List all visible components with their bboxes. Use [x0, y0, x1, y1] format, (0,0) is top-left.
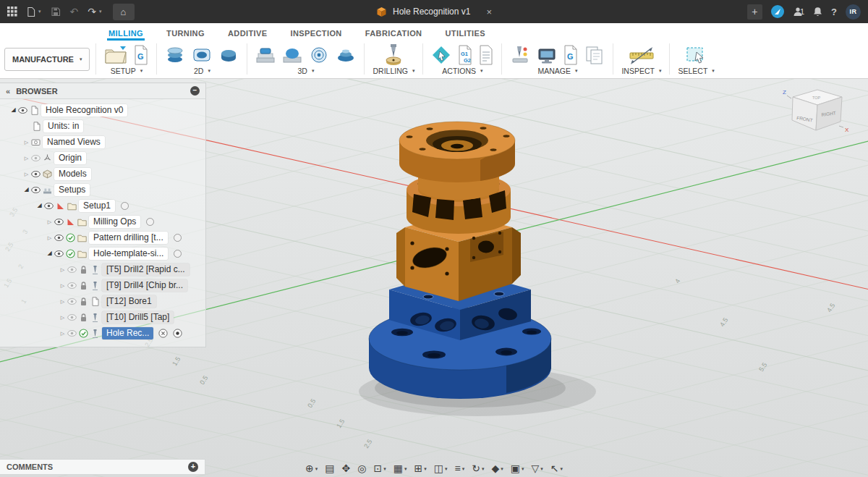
tree-item-label[interactable]: Origin: [54, 152, 86, 164]
2d-pocket-icon[interactable]: [192, 45, 212, 65]
notifications-button[interactable]: [813, 7, 822, 17]
tree-item-label[interactable]: Hole-template-si...: [89, 248, 168, 260]
tree-row-pattern-drilling[interactable]: Pattern drilling [t...: [0, 229, 205, 245]
group-3d-label[interactable]: 3D▾: [297, 65, 314, 77]
help-button[interactable]: ?: [831, 7, 837, 17]
2d-contour-icon[interactable]: [218, 45, 239, 65]
group-actions-label[interactable]: ACTIONS▾: [442, 65, 482, 77]
caret-expanded-icon[interactable]: [9, 107, 18, 113]
nav-look-at-button[interactable]: ▤: [321, 462, 338, 475]
drill-icon[interactable]: [383, 43, 404, 65]
eye-icon[interactable]: [54, 217, 64, 227]
tree-row-drill2-op[interactable]: [T5] Drill2 [Rapid c...: [0, 261, 205, 277]
generate-status-icon[interactable]: [173, 249, 182, 258]
post-library-icon[interactable]: G: [563, 45, 578, 65]
nav-display-settings-button[interactable]: ▦▾: [390, 462, 411, 475]
new-tab-button[interactable]: +: [747, 4, 762, 20]
window-select-icon[interactable]: [686, 46, 707, 65]
caret-expanded-icon[interactable]: [35, 203, 44, 208]
nav-grid-snaps-button[interactable]: ⊞▾: [410, 462, 430, 475]
app-grid-button[interactable]: [7, 7, 17, 17]
nav-zoom-button[interactable]: ◎: [354, 462, 370, 475]
eye-off-icon[interactable]: [67, 265, 77, 274]
tree-row-milling-ops[interactable]: Milling Ops: [0, 214, 205, 229]
eye-icon[interactable]: [54, 233, 64, 242]
comments-bar[interactable]: COMMENTS +: [0, 459, 205, 475]
eye-icon[interactable]: [44, 201, 54, 211]
nav-effects-button[interactable]: ◆▾: [488, 462, 506, 475]
tab-utilities[interactable]: UTILITIES: [443, 29, 487, 41]
minimize-panel-button[interactable]: −: [190, 86, 200, 96]
tree-row-hole-template[interactable]: Hole-template-si...: [0, 245, 205, 261]
file-menu-button[interactable]: ▾: [27, 7, 41, 17]
steep-shallow-icon[interactable]: [309, 45, 329, 65]
tree-row-named-views[interactable]: Named Views: [0, 134, 205, 150]
avatar[interactable]: IR: [846, 4, 861, 20]
tree-item-label[interactable]: Setup1: [79, 200, 115, 212]
tab-additive[interactable]: ADDITIVE: [226, 29, 269, 41]
extensions-button[interactable]: [771, 5, 784, 18]
tree-item-label[interactable]: Models: [54, 168, 91, 180]
nav-capture-button[interactable]: ▣▾: [507, 462, 528, 475]
generate-status-icon[interactable]: [120, 201, 129, 211]
tree-item-label-selected[interactable]: Hole Rec...: [102, 327, 153, 339]
close-document-button[interactable]: ×: [486, 7, 492, 17]
tree-row-models[interactable]: Models: [0, 166, 205, 182]
tool-library-icon[interactable]: [510, 45, 530, 65]
eye-icon[interactable]: [31, 185, 41, 195]
flat-machining-icon[interactable]: [336, 45, 356, 65]
tree-row-drill4-op[interactable]: [T9] Drill4 [Chip br...: [0, 277, 205, 293]
caret-collapsed-icon[interactable]: [22, 156, 31, 161]
tree-item-label[interactable]: Pattern drilling [t...: [89, 232, 168, 244]
tab-inspection[interactable]: INSPECTION: [289, 29, 343, 41]
eye-icon[interactable]: [54, 249, 64, 258]
caret-collapsed-icon[interactable]: [58, 315, 67, 320]
measure-icon[interactable]: [629, 46, 654, 65]
tree-item-label[interactable]: Units: in: [43, 120, 83, 132]
nav-selection-filter-button[interactable]: ▽▾: [527, 462, 546, 475]
caret-expanded-icon[interactable]: [45, 250, 54, 256]
group-select-label[interactable]: SELECT▾: [678, 65, 714, 77]
group-manage-label[interactable]: MANAGE▾: [537, 65, 577, 77]
caret-collapsed-icon[interactable]: [22, 140, 31, 145]
tree-item-label[interactable]: Hole Recognition v0: [41, 104, 127, 117]
eye-off-icon[interactable]: [67, 313, 77, 322]
caret-collapsed-icon[interactable]: [58, 283, 67, 288]
tab-turning[interactable]: TURNING: [165, 29, 206, 41]
setup-sheet-icon[interactable]: [479, 45, 493, 65]
nav-fit-button[interactable]: ⊡▾: [370, 462, 389, 475]
tab-fabrication[interactable]: FABRICATION: [364, 29, 424, 41]
tree-row-drill5-op[interactable]: [T10] Drill5 [Tap]: [0, 309, 205, 325]
tab-milling[interactable]: MILLING: [107, 29, 145, 41]
tree-row-setup1[interactable]: Setup1: [0, 198, 205, 214]
nav-pan-button[interactable]: ✥: [339, 462, 354, 475]
caret-expanded-icon[interactable]: [22, 187, 31, 193]
nav-refresh-button[interactable]: ↻▾: [468, 462, 488, 475]
viewcube[interactable]: TOP FRONT RIGHT Z X: [774, 84, 861, 149]
caret-collapsed-icon[interactable]: [45, 235, 54, 240]
group-setup-label[interactable]: SETUP▾: [111, 65, 143, 77]
caret-collapsed-icon[interactable]: [22, 172, 31, 177]
tree-row-root-component[interactable]: Hole Recognition v0: [0, 102, 205, 118]
caret-collapsed-icon[interactable]: [58, 299, 67, 304]
caret-collapsed-icon[interactable]: [45, 219, 54, 224]
nav-viewports-button[interactable]: ◫▾: [430, 462, 451, 475]
add-comment-button[interactable]: +: [188, 462, 198, 472]
caret-collapsed-icon[interactable]: [58, 331, 67, 336]
caret-collapsed-icon[interactable]: [58, 267, 67, 272]
pocket-clearing-icon[interactable]: [282, 45, 302, 65]
face-milling-icon[interactable]: [165, 45, 185, 65]
tree-item-label[interactable]: [T12] Bore1: [102, 295, 156, 308]
undo-button[interactable]: ↶: [70, 7, 79, 17]
tree-row-setups[interactable]: Setups: [0, 182, 205, 198]
group-2d-label[interactable]: 2D▾: [194, 65, 210, 77]
eye-off-icon[interactable]: [67, 297, 77, 306]
adaptive-clearing-icon[interactable]: [255, 45, 276, 65]
save-button[interactable]: [51, 7, 61, 17]
redo-button[interactable]: ↷ ▾: [88, 7, 101, 17]
eye-off-icon[interactable]: [31, 153, 41, 163]
post-process-icon[interactable]: G1 G2: [458, 45, 472, 65]
new-setup-icon[interactable]: [104, 45, 127, 65]
nav-orbit-button[interactable]: ⊕▾: [302, 462, 321, 475]
gcode-document-icon[interactable]: G: [134, 45, 148, 65]
